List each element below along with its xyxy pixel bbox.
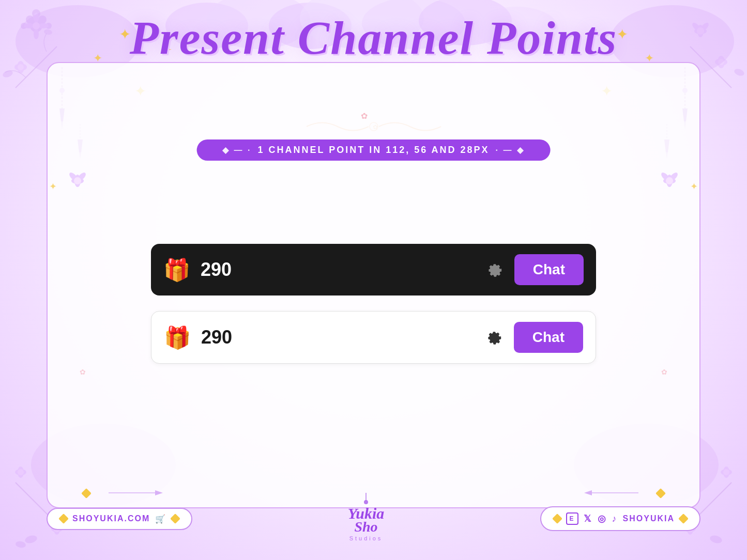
- info-banner: 1 CHANNEL POINT IN 112, 56 AND 28PX: [196, 139, 551, 161]
- social-label: SHOYUKIA: [623, 514, 675, 523]
- flower-mid-left: [62, 165, 93, 196]
- instagram-icon: ◎: [598, 513, 607, 524]
- logo-area: Yukia Sho Studios: [330, 493, 402, 545]
- cherry-blossom-bl: ✿: [78, 367, 88, 377]
- gift-icon-light: 🎁: [164, 324, 191, 351]
- points-count-dark: 290: [201, 259, 472, 281]
- svg-point-24: [734, 68, 745, 77]
- cart-icon: 🛒: [155, 514, 166, 524]
- sparkle-right: ✦: [645, 52, 654, 65]
- svg-point-30: [18, 469, 24, 475]
- social-pill[interactable]: E 𝕏 ◎ ♪ SHOYUKIA: [540, 506, 700, 531]
- svg-point-88: [666, 177, 673, 184]
- gift-icon-dark: 🎁: [163, 256, 190, 283]
- svg-point-74: [364, 500, 368, 504]
- diamond-left: [58, 514, 69, 524]
- svg-point-39: [709, 534, 723, 545]
- gear-icon-dark[interactable]: [482, 259, 504, 281]
- sparkle-left: ✦: [93, 52, 102, 65]
- content-area: 🎁 290 Chat 🎁 290 Chat: [151, 244, 596, 364]
- cherry-blossom-br: ✿: [659, 367, 669, 377]
- svg-point-38: [723, 469, 729, 475]
- etsy-icon[interactable]: E: [566, 512, 578, 525]
- twitter-icon: 𝕏: [584, 513, 592, 524]
- svg-point-31: [24, 534, 38, 545]
- svg-point-32: [15, 540, 26, 548]
- dark-channel-bar: 🎁 290 Chat: [151, 244, 596, 295]
- svg-text:✿: ✿: [661, 368, 667, 376]
- main-card: 1 CHANNEL POINT IN 112, 56 AND 28PX 🎁 29…: [47, 62, 700, 508]
- website-label: SHOYUKIA.COM: [72, 514, 150, 523]
- svg-text:Sho: Sho: [355, 519, 378, 535]
- svg-point-83: [74, 177, 81, 184]
- points-count-light: 290: [201, 326, 471, 348]
- light-channel-bar: 🎁 290 Chat: [151, 311, 596, 364]
- chat-button-light[interactable]: Chat: [514, 322, 583, 353]
- diamond-left-end: [170, 514, 180, 524]
- svg-text:✿: ✿: [360, 112, 367, 120]
- flower-mid-right: [654, 165, 685, 196]
- diamond-right-end: [678, 514, 689, 524]
- chat-button-dark[interactable]: Chat: [514, 254, 584, 285]
- sparkle-card-left: ✦: [49, 181, 57, 192]
- diamond-right-start: [552, 514, 562, 524]
- website-pill[interactable]: SHOYUKIA.COM 🛒: [47, 508, 192, 530]
- sparkle-card-right: ✦: [690, 181, 698, 192]
- gear-icon-light[interactable]: [482, 326, 504, 348]
- svg-text:Studios: Studios: [349, 535, 383, 541]
- cherry-blossom-center: ✿: [359, 111, 369, 121]
- logo-svg: Yukia Sho Studios: [330, 493, 402, 545]
- tiktok-icon: ♪: [612, 514, 618, 524]
- page-title: Present Channel Points: [0, 10, 747, 65]
- svg-text:✿: ✿: [80, 368, 86, 376]
- banner-text: 1 CHANNEL POINT IN 112, 56 AND 28PX: [257, 145, 489, 155]
- bottom-bar: SHOYUKIA.COM 🛒 Yukia Sho Studios E 𝕏 ◎ ♪…: [47, 493, 700, 545]
